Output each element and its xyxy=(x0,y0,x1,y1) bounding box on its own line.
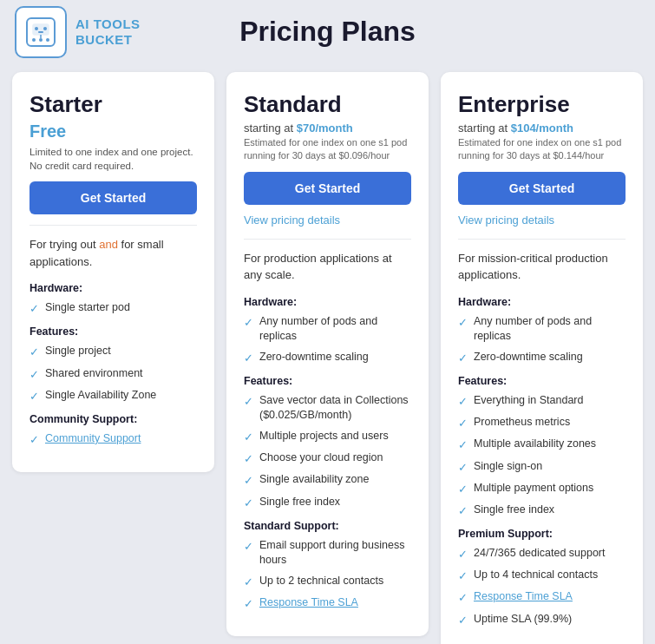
list-item: ✓ Any number of pods and replicas xyxy=(244,314,411,345)
page-header: AI TOOLS BUCKET Pricing Plans xyxy=(0,0,655,63)
list-item: ✓ Any number of pods and replicas xyxy=(458,314,626,345)
check-icon: ✓ xyxy=(29,389,39,404)
enterprise-card: Enterprise starting at $104/month Estima… xyxy=(441,72,643,644)
list-item: ✓ 24/7/365 dedicated support xyxy=(458,546,626,562)
check-icon: ✓ xyxy=(458,590,468,606)
enterprise-price-desc: Estimated for one index on one s1 pod ru… xyxy=(458,136,626,163)
enterprise-hardware-label: Hardware: xyxy=(458,296,626,308)
svg-point-7 xyxy=(46,38,49,42)
list-item: ✓ Choose your cloud region xyxy=(244,450,411,467)
list-item: ✓ Community Support xyxy=(29,431,197,448)
standard-view-pricing-link[interactable]: View pricing details xyxy=(244,214,411,227)
list-item: ✓ Up to 4 technical contacts xyxy=(458,568,626,584)
list-item: ✓ Multiple availability zones xyxy=(458,437,626,453)
enterprise-plan-name: Enterprise xyxy=(458,91,626,118)
starter-support-label: Community Support: xyxy=(29,413,197,425)
check-icon: ✓ xyxy=(458,394,468,410)
enterprise-features-label: Features: xyxy=(458,375,626,387)
starter-note: Limited to one index and one project. No… xyxy=(29,145,197,173)
standard-get-started-button[interactable]: Get Started xyxy=(244,172,411,205)
list-item: ✓ Response Time SLA xyxy=(458,589,626,606)
list-item: ✓ Multiple payment options xyxy=(458,481,626,497)
check-icon: ✓ xyxy=(244,315,253,331)
list-item: ✓ Save vector data in Collections ($0.02… xyxy=(244,393,411,424)
logo-text: AI TOOLS BUCKET xyxy=(75,16,141,48)
standard-price-desc: Estimated for one index on one s1 pod ru… xyxy=(244,136,411,163)
list-item: ✓ Shared environment xyxy=(29,366,197,383)
check-icon: ✓ xyxy=(29,367,39,383)
check-icon: ✓ xyxy=(458,613,468,628)
starter-hardware-label: Hardware: xyxy=(29,282,197,294)
list-item: ✓ Response Time SLA xyxy=(244,595,411,612)
list-item: ✓ Multiple projects and users xyxy=(244,429,411,445)
check-icon: ✓ xyxy=(458,503,468,519)
enterprise-get-started-button[interactable]: Get Started xyxy=(458,172,626,205)
list-item: ✓ Zero-downtime scaling xyxy=(458,350,626,366)
starter-price: Free xyxy=(29,122,197,141)
starter-card: Starter Free Limited to one index and on… xyxy=(12,72,214,472)
standard-hardware-label: Hardware: xyxy=(244,296,411,308)
check-icon: ✓ xyxy=(244,575,253,590)
logo: AI TOOLS BUCKET xyxy=(15,6,141,58)
list-item: ✓ Single starter pod xyxy=(29,300,197,317)
check-icon: ✓ xyxy=(244,539,253,555)
starter-plan-name: Starter xyxy=(29,91,197,118)
list-item: ✓ Zero-downtime scaling xyxy=(244,350,411,366)
logo-icon xyxy=(15,6,67,58)
svg-point-6 xyxy=(39,38,43,42)
list-item: ✓ Up to 2 technical contacts xyxy=(244,574,411,590)
list-item: ✓ Email support during business hours xyxy=(244,538,411,568)
page-title: Pricing Plans xyxy=(239,16,416,48)
list-item: ✓ Uptime SLA (99.9%) xyxy=(458,612,626,628)
check-icon: ✓ xyxy=(458,547,468,562)
check-icon: ✓ xyxy=(244,351,253,366)
starter-features-label: Features: xyxy=(29,325,197,338)
list-item: ✓ Single free index xyxy=(244,495,411,511)
check-icon: ✓ xyxy=(458,460,468,476)
check-icon: ✓ xyxy=(244,596,253,612)
pricing-cards: Starter Free Limited to one index and on… xyxy=(0,63,655,644)
enterprise-view-pricing-link[interactable]: View pricing details xyxy=(458,214,626,227)
standard-support-label: Standard Support: xyxy=(244,520,411,532)
standard-plan-name: Standard xyxy=(244,91,411,118)
svg-point-3 xyxy=(43,27,47,30)
starter-get-started-button[interactable]: Get Started xyxy=(29,181,197,214)
enterprise-price: starting at $104/month xyxy=(458,122,626,135)
standard-tagline: For production applications at any scale… xyxy=(244,250,411,284)
check-icon: ✓ xyxy=(458,315,468,331)
check-icon: ✓ xyxy=(458,568,468,584)
svg-point-5 xyxy=(32,38,36,42)
enterprise-support-label: Premium Support: xyxy=(458,528,626,540)
enterprise-tagline: For mission-critical production applicat… xyxy=(458,250,626,284)
list-item: ✓ Single free index xyxy=(458,503,626,519)
check-icon: ✓ xyxy=(29,432,39,448)
list-item: ✓ Single project xyxy=(29,344,197,360)
list-item: ✓ Single Availability Zone xyxy=(29,388,197,404)
check-icon: ✓ xyxy=(244,430,253,445)
standard-response-time-link[interactable]: Response Time SLA xyxy=(259,595,358,611)
check-icon: ✓ xyxy=(244,473,253,489)
standard-price: starting at $70/month xyxy=(244,122,411,135)
check-icon: ✓ xyxy=(458,482,468,497)
check-icon: ✓ xyxy=(29,345,39,360)
check-icon: ✓ xyxy=(244,496,253,511)
list-item: ✓ Single availability zone xyxy=(244,472,411,489)
check-icon: ✓ xyxy=(458,416,468,431)
list-item: ✓ Prometheus metrics xyxy=(458,415,626,431)
community-support-link[interactable]: Community Support xyxy=(45,431,141,447)
enterprise-response-time-link[interactable]: Response Time SLA xyxy=(474,589,573,605)
standard-features-label: Features: xyxy=(244,375,411,387)
check-icon: ✓ xyxy=(244,451,253,467)
svg-point-2 xyxy=(35,27,38,30)
svg-rect-4 xyxy=(38,31,43,33)
starter-tagline: For trying out and for small application… xyxy=(29,236,197,270)
check-icon: ✓ xyxy=(458,351,468,366)
list-item: ✓ Everything in Standard xyxy=(458,393,626,410)
standard-card: Standard starting at $70/month Estimated… xyxy=(226,72,429,636)
list-item: ✓ Single sign-on xyxy=(458,459,626,476)
check-icon: ✓ xyxy=(29,301,39,317)
check-icon: ✓ xyxy=(458,437,468,453)
check-icon: ✓ xyxy=(244,394,253,410)
